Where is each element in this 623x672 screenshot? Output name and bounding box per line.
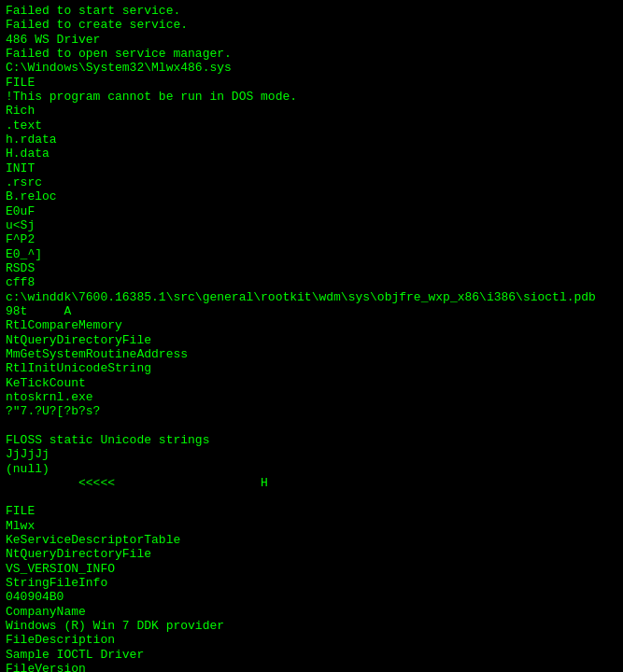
terminal-line: StringFileInfo xyxy=(6,576,617,590)
terminal-line: 486 WS Driver xyxy=(6,33,617,47)
terminal-line: H.data xyxy=(6,147,617,161)
terminal-line: MmGetSystemRoutineAddress xyxy=(6,347,617,361)
terminal-line: 98t A xyxy=(6,304,617,318)
terminal-line: Failed to open service manager. xyxy=(6,47,617,61)
terminal-line: FILE xyxy=(6,76,617,90)
terminal-line: Failed to start service. xyxy=(6,4,617,18)
terminal-line: F^P2 xyxy=(6,232,617,246)
terminal-line: .text xyxy=(6,119,617,133)
terminal-line: ntoskrnl.exe xyxy=(6,390,617,404)
terminal-line: Failed to create service. xyxy=(6,18,617,32)
terminal-output: Failed to start service.Failed to create… xyxy=(0,0,623,672)
terminal-line: .rsrc xyxy=(6,175,617,189)
terminal-line xyxy=(6,419,617,433)
terminal-line: RtlCompareMemory xyxy=(6,318,617,332)
terminal-line: C:\Windows\System32\Mlwx486.sys xyxy=(6,61,617,75)
terminal-line: !This program cannot be run in DOS mode. xyxy=(6,90,617,104)
terminal-line: E0_^] xyxy=(6,247,617,261)
terminal-line: KeServiceDescriptorTable xyxy=(6,533,617,547)
terminal-line: E0uF xyxy=(6,204,617,218)
terminal-line: KeTickCount xyxy=(6,376,617,390)
terminal-line: B.reloc xyxy=(6,189,617,203)
terminal-line: Rich xyxy=(6,104,617,118)
terminal-line: VS_VERSION_INFO xyxy=(6,562,617,576)
terminal-line: FLOSS static Unicode strings xyxy=(6,433,617,447)
terminal-line: Sample IOCTL Driver xyxy=(6,648,617,662)
terminal-line: NtQueryDirectoryFile xyxy=(6,333,617,347)
terminal-line: CompanyName xyxy=(6,605,617,619)
terminal-line: ?"7.?U?[?b?s? xyxy=(6,404,617,418)
terminal-line: FILE xyxy=(6,504,617,518)
terminal-line: u<Sj xyxy=(6,218,617,232)
terminal-line: (null) xyxy=(6,462,617,476)
terminal-line xyxy=(6,490,617,504)
terminal-line: JjJjJj xyxy=(6,447,617,461)
terminal-line: FileVersion xyxy=(6,662,617,672)
terminal-line: Mlwx xyxy=(6,519,617,533)
terminal-line: <<<<< H xyxy=(6,476,617,490)
terminal-line: NtQueryDirectoryFile xyxy=(6,547,617,561)
terminal-line: FileDescription xyxy=(6,633,617,647)
terminal-line: RSDS xyxy=(6,261,617,275)
terminal-line: c:\winddk\7600.16385.1\src\general\rootk… xyxy=(6,290,617,304)
terminal-line: cff8 xyxy=(6,275,617,289)
terminal-line: Windows (R) Win 7 DDK provider xyxy=(6,619,617,633)
terminal-line: 040904B0 xyxy=(6,590,617,604)
terminal-line: INIT xyxy=(6,161,617,175)
terminal-line: h.rdata xyxy=(6,133,617,147)
terminal-line: RtlInitUnicodeString xyxy=(6,361,617,375)
